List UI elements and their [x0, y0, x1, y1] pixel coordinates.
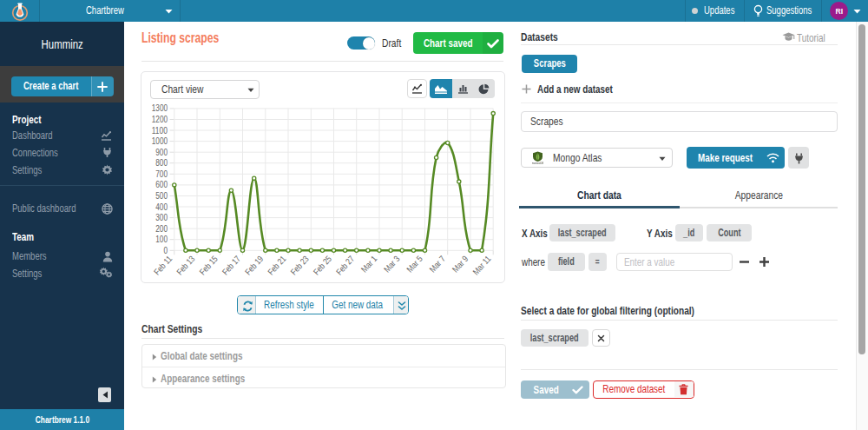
svg-text:Mar 1: Mar 1: [359, 254, 379, 275]
svg-text:1200: 1200: [152, 115, 168, 124]
svg-text:Mar 7: Mar 7: [428, 254, 448, 275]
svg-text:Mar 11: Mar 11: [470, 254, 492, 277]
svg-text:Feb 25: Feb 25: [312, 254, 333, 277]
svg-text:Feb 11: Feb 11: [152, 254, 174, 277]
svg-text:0: 0: [163, 246, 168, 255]
svg-text:500: 500: [155, 191, 168, 201]
svg-text:Feb 27: Feb 27: [334, 254, 356, 277]
svg-text:100: 100: [155, 235, 168, 244]
svg-text:Feb 15: Feb 15: [198, 254, 220, 277]
svg-text:1100: 1100: [152, 126, 168, 136]
svg-text:Feb 23: Feb 23: [289, 254, 311, 277]
svg-text:Mar 5: Mar 5: [404, 254, 424, 275]
svg-text:1300: 1300: [152, 103, 168, 113]
svg-text:300: 300: [155, 213, 168, 222]
svg-text:200: 200: [155, 224, 168, 234]
svg-text:mongoDB: mongoDB: [532, 161, 543, 163]
svg-text:Feb 17: Feb 17: [220, 254, 242, 277]
svg-text:1000: 1000: [152, 136, 168, 146]
svg-text:900: 900: [155, 148, 168, 157]
svg-text:600: 600: [155, 180, 168, 189]
svg-text:Feb 19: Feb 19: [243, 254, 265, 277]
svg-text:Feb 13: Feb 13: [174, 254, 196, 277]
svg-text:700: 700: [155, 169, 168, 179]
svg-text:Feb 21: Feb 21: [266, 254, 287, 277]
svg-text:800: 800: [155, 158, 168, 168]
svg-text:Mar 3: Mar 3: [382, 254, 402, 275]
svg-text:400: 400: [155, 202, 168, 212]
svg-text:Mar 9: Mar 9: [450, 254, 470, 275]
